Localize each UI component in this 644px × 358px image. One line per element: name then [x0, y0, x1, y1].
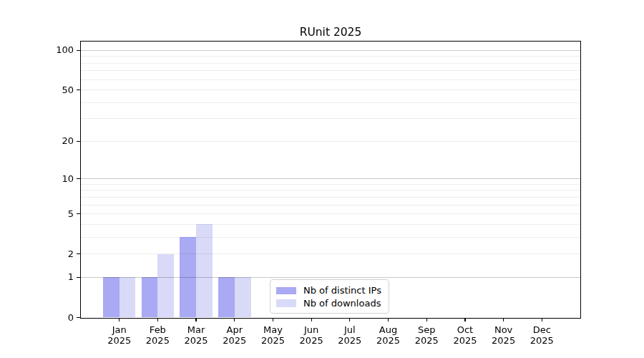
gridline-major	[81, 178, 580, 179]
download-stats-chart: RUnit 2025 Nb of distinct IPs Nb of down…	[0, 0, 644, 358]
gridline-minor	[81, 141, 580, 142]
legend-item-distinct-ips: Nb of distinct IPs	[276, 284, 381, 297]
y-axis-tick	[77, 141, 82, 142]
x-axis-tick	[273, 319, 273, 322]
y-axis-tick-label: 20	[31, 135, 74, 147]
x-axis-tick-label: Dec2025	[517, 324, 567, 346]
x-axis-tick	[542, 319, 542, 322]
gridline-minor	[81, 79, 580, 80]
y-axis-tick-label: 1	[31, 271, 74, 283]
gridline-minor	[81, 197, 580, 198]
x-axis-tick	[388, 319, 389, 322]
x-axis-tick	[349, 319, 350, 322]
gridline-minor	[81, 190, 580, 190]
bar-distinct-ips	[142, 277, 158, 317]
x-axis-tick	[464, 319, 465, 322]
x-axis-tick	[195, 319, 196, 322]
y-axis-tick	[77, 90, 82, 90]
y-axis-tick-label: 5	[31, 208, 74, 220]
bar-downloads	[196, 224, 213, 317]
y-axis-tick-label: 50	[31, 84, 74, 96]
x-axis-tick	[157, 319, 158, 322]
x-axis-tick	[234, 319, 235, 322]
legend-swatch-distinct-ips-icon	[276, 287, 296, 295]
bar-downloads	[119, 277, 136, 317]
gridline-minor	[81, 205, 580, 205]
y-axis-tick	[77, 253, 82, 254]
gridline-minor	[81, 224, 580, 225]
chart-title: RUnit 2025	[80, 25, 581, 39]
x-axis-tick	[119, 319, 119, 322]
y-axis-tick-label: 0	[31, 312, 74, 324]
y-axis-tick-label: 10	[31, 173, 74, 185]
legend: Nb of distinct IPs Nb of downloads	[270, 279, 389, 314]
y-axis-tick	[77, 317, 82, 318]
legend-label-downloads: Nb of downloads	[303, 297, 381, 309]
gridline-minor	[81, 184, 580, 185]
legend-label-distinct-ips: Nb of distinct IPs	[303, 284, 381, 296]
gridline-minor	[81, 253, 580, 254]
y-axis-tick	[77, 277, 82, 278]
bar-distinct-ips	[218, 277, 235, 317]
gridline-minor	[81, 70, 580, 71]
y-axis-tick-label: 2	[31, 248, 74, 260]
bar-distinct-ips	[103, 277, 119, 317]
gridline-major	[81, 277, 580, 278]
bar-downloads	[157, 254, 174, 318]
gridline-minor	[81, 56, 580, 57]
y-axis-tick	[77, 178, 82, 179]
x-axis-tick	[503, 319, 504, 322]
legend-swatch-downloads-icon	[276, 299, 296, 307]
gridline-minor	[81, 90, 580, 90]
gridline-minor	[81, 102, 580, 103]
gridline-minor	[81, 118, 580, 119]
gridline-minor	[81, 63, 580, 64]
y-axis-tick	[77, 213, 82, 214]
bar-downloads	[235, 277, 251, 317]
x-axis-tick	[311, 319, 312, 322]
gridline-minor	[81, 237, 580, 238]
x-axis-tick	[426, 319, 427, 322]
legend-item-downloads: Nb of downloads	[276, 297, 381, 310]
y-axis-tick-label: 100	[31, 44, 74, 56]
gridline-major	[81, 50, 580, 51]
y-axis-tick	[77, 50, 82, 51]
gridline-minor	[81, 213, 580, 214]
